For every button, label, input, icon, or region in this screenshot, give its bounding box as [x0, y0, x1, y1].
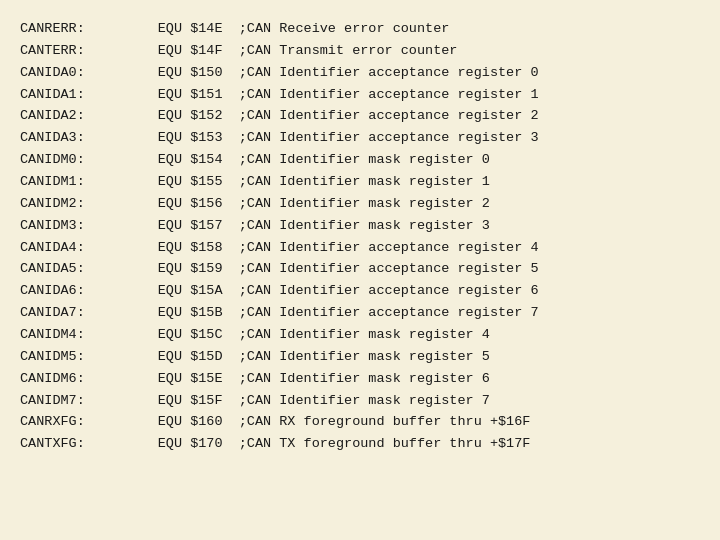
table-row: CANIDA6: EQU $15A ;CAN Identifier accept…	[20, 280, 700, 302]
table-row: CANIDM4: EQU $15C ;CAN Identifier mask r…	[20, 324, 700, 346]
code-line-text: CANRERR: EQU $14E ;CAN Receive error cou…	[20, 18, 449, 40]
code-line-text: CANIDA7: EQU $15B ;CAN Identifier accept…	[20, 302, 538, 324]
code-line-text: CANIDA5: EQU $159 ;CAN Identifier accept…	[20, 258, 538, 280]
code-line-text: CANIDA4: EQU $158 ;CAN Identifier accept…	[20, 237, 538, 259]
code-line-text: CANIDM0: EQU $154 ;CAN Identifier mask r…	[20, 149, 490, 171]
table-row: CANIDA5: EQU $159 ;CAN Identifier accept…	[20, 258, 700, 280]
table-row: CANRXFG: EQU $160 ;CAN RX foreground buf…	[20, 411, 700, 433]
code-line-text: CANIDA1: EQU $151 ;CAN Identifier accept…	[20, 84, 538, 106]
table-row: CANIDA4: EQU $158 ;CAN Identifier accept…	[20, 237, 700, 259]
table-row: CANIDM3: EQU $157 ;CAN Identifier mask r…	[20, 215, 700, 237]
table-row: CANIDM7: EQU $15F ;CAN Identifier mask r…	[20, 390, 700, 412]
table-row: CANIDA1: EQU $151 ;CAN Identifier accept…	[20, 84, 700, 106]
table-row: CANTERR: EQU $14F ;CAN Transmit error co…	[20, 40, 700, 62]
table-row: CANIDM0: EQU $154 ;CAN Identifier mask r…	[20, 149, 700, 171]
code-line-text: CANIDA0: EQU $150 ;CAN Identifier accept…	[20, 62, 538, 84]
code-line-text: CANIDM2: EQU $156 ;CAN Identifier mask r…	[20, 193, 490, 215]
code-line-text: CANIDM1: EQU $155 ;CAN Identifier mask r…	[20, 171, 490, 193]
code-line-text: CANIDA2: EQU $152 ;CAN Identifier accept…	[20, 105, 538, 127]
table-row: CANIDM6: EQU $15E ;CAN Identifier mask r…	[20, 368, 700, 390]
table-row: CANIDA3: EQU $153 ;CAN Identifier accept…	[20, 127, 700, 149]
table-row: CANIDM2: EQU $156 ;CAN Identifier mask r…	[20, 193, 700, 215]
code-line-text: CANTXFG: EQU $170 ;CAN TX foreground buf…	[20, 433, 530, 455]
code-line-text: CANRXFG: EQU $160 ;CAN RX foreground buf…	[20, 411, 530, 433]
code-line-text: CANIDA6: EQU $15A ;CAN Identifier accept…	[20, 280, 538, 302]
code-line-text: CANIDM5: EQU $15D ;CAN Identifier mask r…	[20, 346, 490, 368]
table-row: CANRERR: EQU $14E ;CAN Receive error cou…	[20, 18, 700, 40]
code-line-text: CANIDM7: EQU $15F ;CAN Identifier mask r…	[20, 390, 490, 412]
table-row: CANIDM5: EQU $15D ;CAN Identifier mask r…	[20, 346, 700, 368]
table-row: CANIDA2: EQU $152 ;CAN Identifier accept…	[20, 105, 700, 127]
code-line-text: CANIDM6: EQU $15E ;CAN Identifier mask r…	[20, 368, 490, 390]
assembly-code-block: CANRERR: EQU $14E ;CAN Receive error cou…	[20, 18, 700, 455]
code-line-text: CANIDM4: EQU $15C ;CAN Identifier mask r…	[20, 324, 490, 346]
table-row: CANIDA7: EQU $15B ;CAN Identifier accept…	[20, 302, 700, 324]
table-row: CANIDM1: EQU $155 ;CAN Identifier mask r…	[20, 171, 700, 193]
table-row: CANTXFG: EQU $170 ;CAN TX foreground buf…	[20, 433, 700, 455]
table-row: CANIDA0: EQU $150 ;CAN Identifier accept…	[20, 62, 700, 84]
code-line-text: CANTERR: EQU $14F ;CAN Transmit error co…	[20, 40, 457, 62]
code-line-text: CANIDA3: EQU $153 ;CAN Identifier accept…	[20, 127, 538, 149]
code-line-text: CANIDM3: EQU $157 ;CAN Identifier mask r…	[20, 215, 490, 237]
